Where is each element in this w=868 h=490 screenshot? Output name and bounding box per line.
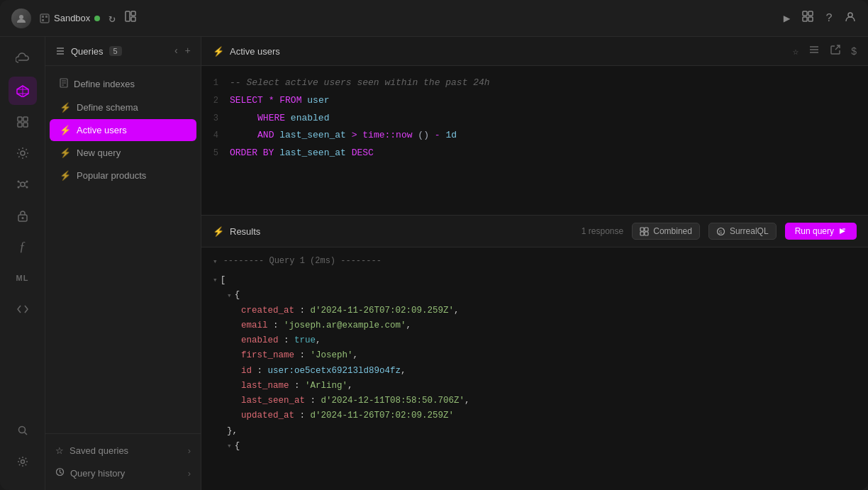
svg-rect-9 [808, 11, 813, 16]
layout-icon[interactable] [124, 10, 137, 26]
json-row-email: email : 'joseph.ar@example.com', [241, 318, 857, 333]
results-header-right: 1 response Combined S [582, 223, 857, 240]
svg-line-27 [19, 182, 21, 183]
collapse-obj2[interactable]: ▾ [227, 440, 232, 453]
history-icon [55, 467, 65, 479]
queries-sidebar: Queries 5 ‹ + Define indexes [45, 37, 201, 490]
editor-area: ⚡ Active users ☆ [201, 37, 868, 216]
query-item-popular-products[interactable]: ⚡ Popular products [50, 165, 196, 186]
svg-rect-20 [23, 123, 28, 127]
avatar[interactable] [11, 9, 31, 28]
topbar-right: ▶ ? [784, 10, 857, 26]
json-row-enabled: enabled : true, [241, 333, 857, 348]
star-editor-icon[interactable]: ☆ [793, 45, 799, 57]
grid-icon[interactable] [801, 10, 814, 26]
query-item-define-schema[interactable]: ⚡ Define schema [50, 96, 196, 118]
svg-rect-50 [645, 232, 648, 235]
svg-rect-1 [40, 14, 49, 23]
json-row-firstname: first_name : 'Joseph', [241, 348, 857, 363]
svg-rect-5 [126, 11, 130, 21]
help-icon[interactable]: ? [825, 12, 833, 25]
svg-text:S: S [718, 230, 722, 235]
topbar: Sandbox ↻ ▶ ? [0, 0, 868, 37]
sidebar-item-lock[interactable] [9, 201, 37, 230]
svg-rect-7 [131, 17, 135, 21]
sidebar-item-cloud[interactable] [9, 45, 37, 74]
query-list: Define indexes ⚡ Define schema ⚡ Active … [45, 66, 201, 433]
svg-rect-6 [131, 11, 135, 16]
query-section-header: ▾ -------- Query 1 (2ms) -------- [213, 256, 857, 266]
svg-point-0 [19, 15, 23, 19]
results-bolt-icon: ⚡ [213, 226, 224, 237]
surreal-button[interactable]: S SurrealQL [708, 223, 777, 240]
dollar-editor-icon[interactable]: $ [851, 45, 857, 57]
query-item-define-indexes[interactable]: Define indexes [50, 72, 196, 96]
search-icon-btn[interactable] [9, 416, 37, 445]
svg-point-32 [21, 217, 23, 219]
query-item-active-users[interactable]: ⚡ Active users [50, 119, 196, 141]
queries-header: Queries 5 ‹ + [45, 37, 201, 66]
gear-icon-btn[interactable] [9, 447, 37, 476]
sidebar-item-grid[interactable] [9, 108, 37, 136]
query-item-new-query[interactable]: ⚡ New query [50, 142, 196, 164]
svg-point-35 [21, 460, 24, 464]
export-editor-icon[interactable] [830, 44, 841, 58]
add-query-icon[interactable]: + [185, 45, 191, 57]
status-dot [94, 16, 100, 21]
json-row-updated: updated_at : d'2024-11-26T07:02:09.259Z' [241, 408, 857, 423]
chevron-right-saved: › [188, 445, 191, 456]
sidebar-item-code[interactable] [9, 295, 37, 323]
code-editor: 1 -- Select active users seen within the… [201, 66, 868, 215]
collapse-icon[interactable]: ‹ [173, 45, 179, 57]
svg-rect-49 [640, 232, 644, 235]
svg-line-30 [25, 186, 26, 186]
bolt-icon-schema: ⚡ [60, 102, 71, 113]
queries-header-icons: ‹ + [173, 45, 191, 57]
json-row-id: id : user:oe5cetx69213ld89o4fz, [241, 364, 857, 379]
sidebar-item-function[interactable]: ƒ [9, 233, 37, 261]
sidebar-item-hub[interactable] [9, 170, 37, 199]
queries-footer: ☆ Saved queries › Query history › [45, 433, 201, 490]
bolt-icon-new: ⚡ [60, 147, 71, 158]
svg-rect-11 [808, 17, 813, 21]
svg-line-28 [25, 182, 26, 183]
run-query-button[interactable]: Run query [785, 223, 857, 240]
collapse-array[interactable]: ▾ [213, 274, 218, 287]
combined-button[interactable]: Combined [632, 223, 700, 240]
results-body: ▾ -------- Query 1 (2ms) -------- ▾ [ ▾ … [201, 247, 868, 490]
svg-rect-4 [42, 19, 44, 21]
icon-sidebar-bottom [9, 416, 37, 481]
queries-title: Queries 5 [55, 46, 122, 57]
bolt-icon-active: ⚡ [60, 125, 71, 135]
editor-bolt-icon: ⚡ [213, 46, 224, 57]
main-layout: ƒ ML [0, 37, 868, 490]
editor-header: ⚡ Active users ☆ [201, 37, 868, 66]
saved-queries-item[interactable]: ☆ Saved queries › [45, 440, 201, 462]
svg-rect-48 [645, 228, 648, 231]
collapse-chevron[interactable]: ▾ [213, 257, 218, 266]
json-row-lastname: last_name : 'Arling', [241, 379, 857, 394]
query-history-item[interactable]: Query history › [45, 462, 201, 484]
svg-rect-8 [803, 11, 807, 16]
collapse-obj1[interactable]: ▾ [227, 289, 232, 303]
menu-editor-icon[interactable] [808, 44, 820, 58]
json-row-lastseen: last_seen_at : d'2024-12-11T08:58:50.706… [241, 394, 857, 408]
results-area: ⚡ Results 1 response Combined [201, 216, 868, 490]
sidebar-item-settings[interactable] [9, 139, 37, 167]
user-icon[interactable] [844, 10, 857, 26]
svg-rect-19 [18, 123, 22, 127]
code-line-3: 3 WHERE enabled [201, 110, 868, 128]
svg-point-12 [848, 13, 852, 17]
json-row-created: created_at : d'2024-11-26T07:02:09.259Z'… [241, 304, 857, 318]
icon-sidebar: ƒ ML [0, 37, 45, 490]
svg-point-21 [21, 151, 25, 155]
sidebar-item-ml[interactable]: ML [9, 264, 37, 292]
svg-rect-47 [640, 228, 644, 231]
document-icon [60, 78, 68, 90]
sandbox-label: Sandbox [40, 13, 100, 23]
play-icon[interactable]: ▶ [784, 11, 791, 26]
code-line-5: 5 ORDER BY last_seen_at DESC [201, 145, 868, 162]
sidebar-item-queries[interactable] [9, 77, 37, 105]
refresh-icon[interactable]: ↻ [108, 11, 116, 26]
code-line-4: 4 AND last_seen_at > time::now () - [201, 127, 868, 145]
